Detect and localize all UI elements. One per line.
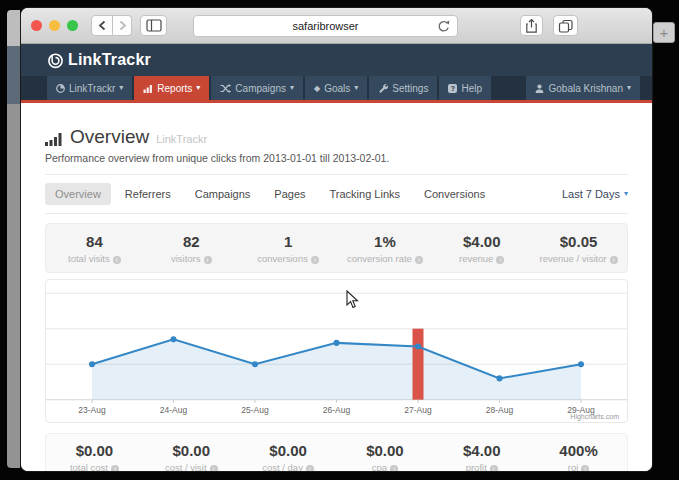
forward-button[interactable] <box>113 15 132 36</box>
stat-value: 1% <box>336 233 433 250</box>
info-icon[interactable]: i <box>210 465 218 471</box>
info-icon[interactable]: i <box>311 256 319 264</box>
chevron-down-icon: ▾ <box>354 84 358 92</box>
zoom-window-button[interactable] <box>67 20 78 31</box>
stat-value: $0.00 <box>336 442 433 459</box>
info-icon[interactable]: i <box>306 465 314 471</box>
page-title: Overview <box>70 126 149 148</box>
stat-value: 84 <box>46 233 143 250</box>
user-menu[interactable]: Gobala Krishnan ▾ <box>526 76 640 100</box>
chevron-down-icon: ▾ <box>196 84 200 92</box>
bar-chart-icon <box>45 132 63 146</box>
stat-cpa: $0.00 cpai <box>336 442 433 471</box>
sidebar-toggle-button[interactable] <box>140 15 167 36</box>
tab-overview-button[interactable] <box>553 15 578 36</box>
nav-item-label: LinkTrackr <box>69 83 115 94</box>
nav-item-goals[interactable]: ◆ Goals ▾ <box>305 76 367 100</box>
address-bar[interactable]: safaribrowser <box>193 15 458 37</box>
tab-tracking-links[interactable]: Tracking Links <box>320 183 411 205</box>
nav-item-linktrackr[interactable]: LinkTrackr ▾ <box>47 76 132 100</box>
info-icon[interactable]: i <box>496 256 504 264</box>
stat-label: revenue / visitori <box>530 253 627 264</box>
nav-item-label: Settings <box>392 83 428 94</box>
info-icon[interactable]: i <box>415 256 423 264</box>
stat-value: $0.00 <box>240 442 337 459</box>
info-icon[interactable]: i <box>111 465 119 471</box>
close-window-button[interactable] <box>31 20 42 31</box>
stat-revenue: $4.00 revenuei <box>433 233 530 264</box>
page-header: Overview LinkTrackr Performance overview… <box>45 103 628 175</box>
svg-text:27-Aug: 27-Aug <box>404 405 432 415</box>
date-range-dropdown[interactable]: Last 7 Days ▾ <box>562 188 628 200</box>
stat-revenue-per-visitor: $0.05 revenue / visitori <box>530 233 627 264</box>
info-icon[interactable]: i <box>113 256 121 264</box>
wrench-icon <box>378 83 388 93</box>
stat-value: $4.00 <box>433 233 530 250</box>
chevron-down-icon: ▾ <box>627 84 631 92</box>
stats-row-top: 84 total visitsi 82 visitorsi 1 conversi… <box>45 223 628 273</box>
svg-text:23-Aug: 23-Aug <box>78 405 106 415</box>
visits-chart-panel[interactable]: 23-Aug24-Aug25-Aug26-Aug27-Aug28-Aug29-A… <box>45 279 628 423</box>
tab-overview[interactable]: Overview <box>45 183 111 205</box>
page-content: Overview LinkTrackr Performance overview… <box>21 103 652 471</box>
user-name: Gobala Krishnan <box>548 83 623 94</box>
nav-item-label: Reports <box>157 83 192 94</box>
browser-window: safaribrowser LinkTrackr LinkTrackr ▾ Re… <box>21 8 652 471</box>
info-icon[interactable]: i <box>490 465 498 471</box>
info-icon[interactable]: i <box>390 465 398 471</box>
linktrackr-logo-icon <box>47 52 64 69</box>
tab-campaigns[interactable]: Campaigns <box>185 183 261 205</box>
chevron-down-icon: ▾ <box>119 84 123 92</box>
help-icon: ? <box>448 84 457 93</box>
share-button[interactable] <box>520 15 543 36</box>
goal-diamond-icon: ◆ <box>314 84 320 93</box>
user-icon <box>535 84 544 93</box>
nav-item-campaigns[interactable]: Campaigns ▾ <box>211 76 303 100</box>
app-header: LinkTrackr <box>21 44 652 76</box>
new-tab-button[interactable]: + <box>653 22 675 43</box>
refresh-icon <box>436 19 451 34</box>
report-tabs: Overview Referrers Campaigns Pages Track… <box>45 175 628 214</box>
stat-label: revenuei <box>433 253 530 264</box>
stat-value: $0.05 <box>530 233 627 250</box>
chevron-down-icon: ▾ <box>624 190 628 198</box>
refresh-button[interactable] <box>436 19 451 36</box>
tab-conversions[interactable]: Conversions <box>414 183 495 205</box>
chart-credit[interactable]: Highcharts.com <box>570 413 619 420</box>
visits-chart: 23-Aug24-Aug25-Aug26-Aug27-Aug28-Aug29-A… <box>46 280 627 422</box>
back-button[interactable] <box>91 15 113 36</box>
app-logo[interactable]: LinkTrackr <box>47 51 151 69</box>
nav-item-settings[interactable]: Settings <box>369 76 437 100</box>
stat-value: $0.00 <box>143 442 240 459</box>
main-nav: LinkTrackr ▾ Reports ▾ Campaigns ▾ ◆ Goa… <box>21 76 652 100</box>
info-icon[interactable]: i <box>610 256 618 264</box>
svg-text:26-Aug: 26-Aug <box>323 405 351 415</box>
nav-item-help[interactable]: ? Help <box>439 76 491 100</box>
info-icon[interactable]: i <box>204 256 212 264</box>
minimize-window-button[interactable] <box>49 20 60 31</box>
stat-label: cost / visiti <box>143 462 240 471</box>
stat-label: cpai <box>336 462 433 471</box>
stat-label: total visitsi <box>46 253 143 264</box>
sidebar-icon <box>146 19 162 32</box>
info-icon[interactable]: i <box>581 465 589 471</box>
bar-chart-icon <box>143 84 153 93</box>
nav-item-label: Campaigns <box>235 83 286 94</box>
stat-label: profiti <box>433 462 530 471</box>
stats-row-bottom: $0.00 total costi $0.00 cost / visiti $0… <box>45 433 628 471</box>
nav-item-reports[interactable]: Reports ▾ <box>134 76 209 100</box>
tab-referrers[interactable]: Referrers <box>115 183 181 205</box>
stat-profit: $4.00 profiti <box>433 442 530 471</box>
stat-label: conversion ratei <box>336 253 433 264</box>
pie-chart-icon <box>56 84 65 93</box>
stat-value: 400% <box>530 442 627 459</box>
stat-conversion-rate: 1% conversion ratei <box>336 233 433 264</box>
tabs-icon <box>558 19 574 33</box>
stat-conversions: 1 conversionsi <box>240 233 337 264</box>
stat-value: $0.00 <box>46 442 143 459</box>
nav-item-label: Help <box>461 83 482 94</box>
stat-roi: 400% roii <box>530 442 627 471</box>
tab-pages[interactable]: Pages <box>264 183 315 205</box>
stat-cost-per-day: $0.00 cost / dayi <box>240 442 337 471</box>
nav-item-label: Goals <box>324 83 350 94</box>
